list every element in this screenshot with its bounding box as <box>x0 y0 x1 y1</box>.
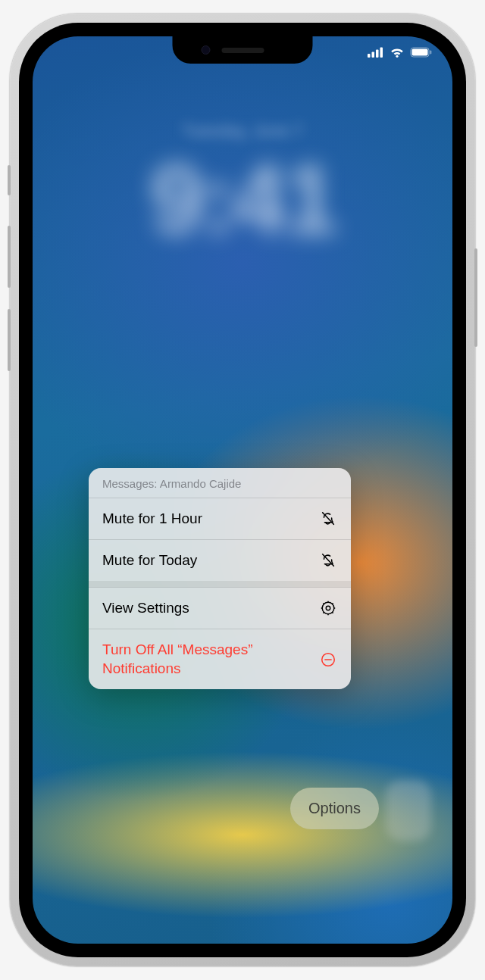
svg-rect-1 <box>372 52 375 58</box>
svg-rect-0 <box>368 54 371 58</box>
svg-point-9 <box>326 606 330 610</box>
wifi-icon <box>390 47 405 58</box>
menu-item-label: View Settings <box>102 600 189 616</box>
svg-rect-7 <box>430 51 432 55</box>
volume-down-button <box>8 309 11 371</box>
menu-item-label: Mute for Today <box>102 552 197 569</box>
menu-header: Messages: Armando Cajide <box>89 468 351 498</box>
bell-slash-icon <box>319 551 337 570</box>
svg-rect-6 <box>412 49 428 56</box>
silent-switch <box>8 165 11 195</box>
volume-up-button <box>8 226 11 288</box>
lock-time: 9:41 <box>150 142 335 256</box>
svg-rect-3 <box>380 48 383 58</box>
svg-point-4 <box>396 55 398 58</box>
phone-frame: Tuesday, June 7 9:41 Messages: Armando C… <box>10 14 475 966</box>
cellular-icon <box>368 47 384 58</box>
gear-icon <box>319 599 337 617</box>
svg-rect-2 <box>376 50 379 58</box>
side-button <box>474 248 477 347</box>
turn-off-notifications-item[interactable]: Turn Off All “Messages” Notifications <box>89 629 351 689</box>
options-button[interactable]: Options <box>290 788 379 829</box>
blurred-notification <box>386 780 431 841</box>
options-label: Options <box>308 800 361 816</box>
menu-item-label: Mute for 1 Hour <box>102 510 202 527</box>
mute-today-item[interactable]: Mute for Today <box>89 539 351 581</box>
menu-item-label: Turn Off All “Messages” Notifications <box>102 641 299 678</box>
speaker <box>221 48 264 53</box>
lock-date: Tuesday, June 7 <box>182 121 303 141</box>
mute-1-hour-item[interactable]: Mute for 1 Hour <box>89 498 351 539</box>
view-settings-item[interactable]: View Settings <box>89 587 351 629</box>
battery-icon <box>410 47 433 58</box>
screen: Tuesday, June 7 9:41 Messages: Armando C… <box>33 36 452 944</box>
bell-slash-icon <box>319 510 337 528</box>
minus-circle-icon <box>319 651 337 669</box>
menu-divider <box>89 581 351 587</box>
notch <box>173 36 313 64</box>
status-bar <box>368 47 433 58</box>
front-camera <box>202 45 211 55</box>
notification-options-menu: Messages: Armando Cajide Mute for 1 Hour… <box>89 468 351 689</box>
